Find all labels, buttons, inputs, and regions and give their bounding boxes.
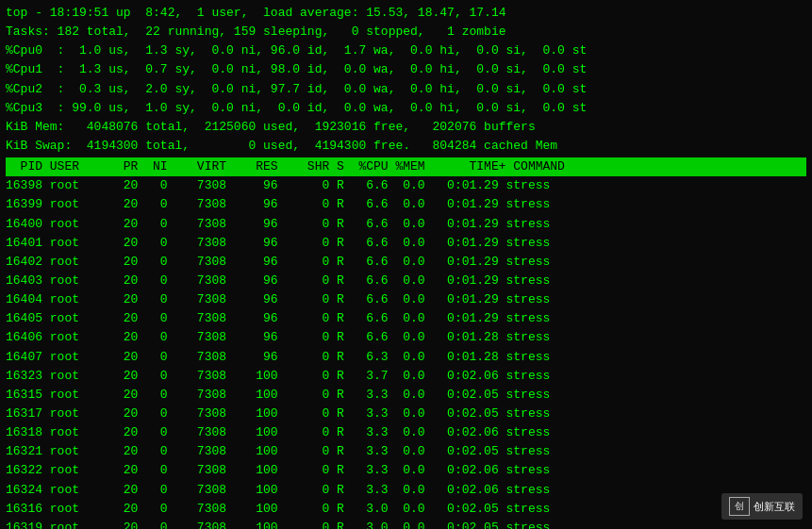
header-line: top - 18:19:51 up 8:42, 1 user, load ave… [6,4,806,23]
table-row: 16317 root 20 0 7308 100 0 R 3.3 0.0 0:0… [6,405,806,423]
header-line: Tasks: 182 total, 22 running, 159 sleepi… [6,23,806,41]
table-row: 16315 root 20 0 7308 100 0 R 3.3 0.0 0:0… [6,386,806,405]
table-row: 16323 root 20 0 7308 100 0 R 3.7 0.0 0:0… [6,367,806,386]
table-row: 16322 root 20 0 7308 100 0 R 3.3 0.0 0:0… [6,461,806,480]
watermark-box: 创 [729,497,750,516]
watermark-text: 创新互联 [754,500,795,514]
table-row: 16403 root 20 0 7308 96 0 R 6.6 0.0 0:01… [6,272,806,290]
header-line: %Cpu1 : 1.3 us, 0.7 sy, 0.0 ni, 98.0 id,… [6,60,806,79]
table-row: 16406 root 20 0 7308 96 0 R 6.6 0.0 0:01… [6,328,806,347]
table-header: PID USER PR NI VIRT RES SHR S %CPU %MEM … [6,157,806,176]
table-row: 16405 root 20 0 7308 96 0 R 6.6 0.0 0:01… [6,309,806,328]
table-row: 16398 root 20 0 7308 96 0 R 6.6 0.0 0:01… [6,176,806,195]
watermark-icon: 创 [735,502,744,512]
table-row: 16318 root 20 0 7308 100 0 R 3.3 0.0 0:0… [6,423,806,442]
table-row: 16400 root 20 0 7308 96 0 R 6.6 0.0 0:01… [6,215,806,234]
table-body: 16398 root 20 0 7308 96 0 R 6.6 0.0 0:01… [6,176,806,529]
table-row: 16401 root 20 0 7308 96 0 R 6.6 0.0 0:01… [6,234,806,253]
header-line: KiB Swap: 4194300 total, 0 used, 4194300… [6,137,806,156]
header-line: KiB Mem: 4048076 total, 2125060 used, 19… [6,118,806,137]
terminal-window: top - 18:19:51 up 8:42, 1 user, load ave… [0,0,812,529]
header-line: %Cpu3 : 99.0 us, 1.0 sy, 0.0 ni, 0.0 id,… [6,99,806,118]
table-row: 16319 root 20 0 7308 100 0 R 3.0 0.0 0:0… [6,519,806,529]
table-row: 16407 root 20 0 7308 96 0 R 6.3 0.0 0:01… [6,348,806,367]
header-line: %Cpu0 : 1.0 us, 1.3 sy, 0.0 ni, 96.0 id,… [6,41,806,60]
table-row: 16404 root 20 0 7308 96 0 R 6.6 0.0 0:01… [6,290,806,309]
table-row: 16402 root 20 0 7308 96 0 R 6.6 0.0 0:01… [6,253,806,272]
table-row: 16316 root 20 0 7308 100 0 R 3.0 0.0 0:0… [6,500,806,519]
header-section: top - 18:19:51 up 8:42, 1 user, load ave… [6,4,806,156]
table-row: 16324 root 20 0 7308 100 0 R 3.3 0.0 0:0… [6,481,806,500]
header-line: %Cpu2 : 0.3 us, 2.0 sy, 0.0 ni, 97.7 id,… [6,80,806,99]
table-row: 16321 root 20 0 7308 100 0 R 3.3 0.0 0:0… [6,442,806,461]
watermark: 创 创新互联 [721,493,803,520]
table-row: 16399 root 20 0 7308 96 0 R 6.6 0.0 0:01… [6,195,806,214]
